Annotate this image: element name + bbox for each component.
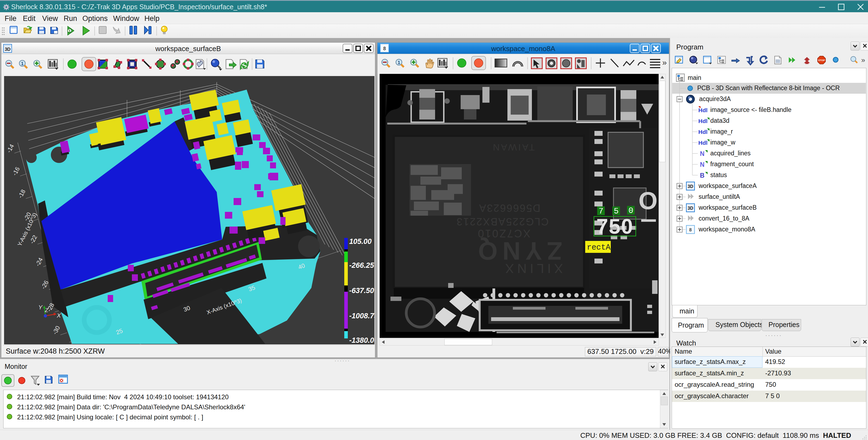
svg-text:TAIWAN: TAIWAN — [492, 142, 535, 153]
svg-text:B: B — [700, 172, 705, 179]
svg-text:105.00: 105.00 — [349, 237, 372, 245]
svg-text:8: 8 — [689, 227, 691, 233]
svg-text:Z: Z — [44, 307, 49, 313]
svg-text:3D: 3D — [688, 206, 693, 210]
svg-text:Y: Y — [38, 304, 43, 311]
svg-text:3D: 3D — [688, 184, 693, 189]
svg-text:Hdl: Hdl — [698, 129, 708, 135]
svg-text:7: 7 — [598, 207, 603, 216]
svg-text:Hdl: Hdl — [698, 107, 708, 113]
svg-text:»: » — [861, 56, 865, 64]
svg-text:0: 0 — [628, 206, 633, 215]
svg-text:Hdl: Hdl — [698, 118, 708, 124]
svg-text:-637.50: -637.50 — [349, 286, 374, 295]
svg-text:rectA: rectA — [587, 243, 611, 252]
svg-text:CLG225ABX2213: CLG225ABX2213 — [456, 216, 549, 227]
svg-text:-1380.00: -1380.00 — [349, 336, 374, 344]
svg-text:ZYNQ: ZYNQ — [473, 237, 562, 265]
svg-text:-266.25: -266.25 — [349, 261, 374, 269]
svg-text:X: X — [57, 312, 61, 319]
svg-text:1: 1 — [68, 29, 71, 33]
svg-text:XILINX: XILINX — [502, 261, 563, 276]
svg-text:750: 750 — [596, 214, 633, 238]
svg-text:N: N — [700, 150, 705, 157]
svg-text:STOP: STOP — [818, 59, 825, 62]
svg-text:1: 1 — [21, 61, 23, 66]
svg-text:Hdl: Hdl — [698, 140, 708, 146]
svg-text:5: 5 — [614, 207, 619, 216]
svg-text:O: O — [639, 187, 657, 214]
svg-text:-1008.75: -1008.75 — [349, 312, 374, 320]
svg-text:N: N — [700, 161, 705, 168]
svg-text:D5666623A: D5666623A — [478, 202, 540, 214]
svg-text:1: 1 — [398, 60, 400, 65]
